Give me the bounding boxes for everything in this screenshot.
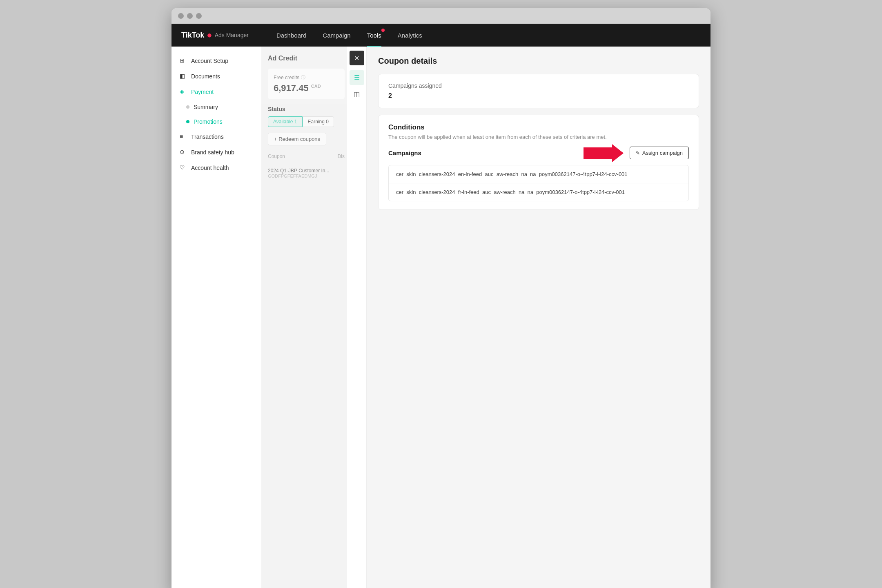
- nav-items: Dashboard Campaign Tools Analytics: [268, 24, 430, 47]
- coupon-cell: 2024 Q1-JBP Customer In... GODFPGFEFFAED…: [268, 168, 345, 178]
- campaigns-assigned-value: 2: [388, 92, 689, 100]
- sidebar-item-transactions-label: Transactions: [191, 134, 224, 140]
- sidebar-item-payment[interactable]: ◈ Payment: [172, 84, 261, 100]
- sidebar-item-brand-safety-label: Brand safety hub: [191, 149, 234, 156]
- campaigns-assigned-card: Campaigns assigned 2: [378, 74, 699, 108]
- arrow-annotation: [584, 144, 624, 162]
- col-coupon-header: Coupon: [268, 154, 320, 159]
- sidebar-item-payment-label: Payment: [191, 89, 214, 95]
- nav-analytics-label: Analytics: [398, 32, 422, 39]
- campaigns-header: Campaigns ✎: [388, 147, 689, 159]
- wallet-icon: ◈: [180, 88, 187, 96]
- edit-icon: ✎: [636, 150, 640, 156]
- campaigns-section: Campaigns ✎: [388, 147, 689, 201]
- nav-tools-label: Tools: [367, 32, 381, 39]
- title-bar: [172, 8, 710, 24]
- table-row: 2024 Q1-JBP Customer In... GODFPGFEFFAED…: [268, 165, 345, 182]
- table-header: Coupon Dis: [268, 151, 345, 162]
- free-credits-label: Free credits ⓘ: [274, 74, 339, 80]
- col-disp-header: Dis: [320, 154, 345, 159]
- sidebar-item-promotions-label: Promotions: [194, 118, 223, 125]
- info-icon: ⓘ: [301, 74, 305, 80]
- summary-dot: [186, 105, 189, 109]
- credit-section: Free credits ⓘ 6,917.45 CAD: [268, 69, 345, 99]
- calendar-icon-button[interactable]: ◫: [350, 87, 364, 101]
- top-nav: TikTok ● Ads Manager Dashboard Campaign …: [172, 24, 710, 47]
- coupon-name: 2024 Q1-JBP Customer In...: [268, 168, 345, 174]
- campaigns-label: Campaigns: [388, 149, 421, 156]
- conditions-card: Conditions The coupon will be applied wh…: [378, 115, 699, 210]
- traffic-light-maximize[interactable]: [196, 13, 202, 19]
- sidebar-item-promotions[interactable]: Promotions: [172, 114, 261, 129]
- logo: TikTok ● Ads Manager: [181, 31, 249, 40]
- status-section: Status Available 1 Earning 0: [268, 106, 345, 182]
- conditions-title: Conditions: [388, 123, 689, 131]
- content-area: Ad Credit Free credits ⓘ 6,917.45 CAD St…: [261, 47, 710, 588]
- ad-credit-panel: Ad Credit Free credits ⓘ 6,917.45 CAD St…: [261, 47, 351, 588]
- nav-campaign[interactable]: Campaign: [314, 24, 359, 47]
- nav-campaign-label: Campaign: [323, 32, 350, 39]
- overlay-sidebar: ✕ ☰ ◫: [347, 47, 367, 588]
- campaign-item: cer_skin_cleansers-2024_fr-in-feed_auc_a…: [389, 183, 688, 201]
- logo-sub: Ads Manager: [215, 32, 249, 38]
- close-button[interactable]: ✕: [350, 51, 364, 65]
- details-list-icon: ☰: [354, 74, 360, 82]
- sidebar-item-account-setup[interactable]: ⊞ Account Setup: [172, 53, 261, 69]
- arrow-body: [584, 147, 612, 159]
- traffic-light-close[interactable]: [178, 13, 184, 19]
- sidebar-item-account-health-label: Account health: [191, 165, 229, 171]
- nav-dashboard-label: Dashboard: [276, 32, 306, 39]
- shield-icon: ⊙: [180, 149, 187, 156]
- grid-icon: ⊞: [180, 57, 187, 65]
- sidebar-item-transactions[interactable]: ≡ Transactions: [172, 129, 261, 145]
- assign-campaign-button[interactable]: ✎ Assign campaign: [630, 147, 689, 159]
- sidebar-item-documents-label: Documents: [191, 73, 220, 80]
- traffic-light-minimize[interactable]: [187, 13, 193, 19]
- sidebar-item-account-setup-label: Account Setup: [191, 58, 228, 64]
- tab-available[interactable]: Available 1: [268, 116, 303, 127]
- logo-dot: ●: [207, 31, 212, 40]
- sidebar-item-summary-label: Summary: [194, 104, 218, 110]
- main-layout: ⊞ Account Setup ◧ Documents ◈ Payment Su…: [172, 47, 710, 588]
- sidebar-item-documents[interactable]: ◧ Documents: [172, 69, 261, 84]
- nav-dashboard[interactable]: Dashboard: [268, 24, 314, 47]
- credit-currency: CAD: [311, 84, 321, 89]
- tools-badge: [381, 29, 385, 32]
- campaign-list: cer_skin_cleansers-2024_en-in-feed_auc_a…: [388, 165, 689, 201]
- arrow-head: [612, 144, 624, 162]
- app-container: TikTok ● Ads Manager Dashboard Campaign …: [172, 24, 710, 588]
- list-icon: ≡: [180, 133, 187, 140]
- sidebar-item-account-health[interactable]: ♡ Account health: [172, 160, 261, 176]
- coupon-details-title: Coupon details: [378, 56, 699, 66]
- credit-amount: 6,917.45 CAD: [274, 83, 339, 94]
- close-icon: ✕: [354, 54, 359, 62]
- overlay-container: ✕ ☰ ◫ Coupon details: [347, 47, 710, 588]
- tab-earning[interactable]: Earning 0: [303, 116, 334, 127]
- conditions-desc: The coupon will be applied when at least…: [388, 134, 689, 140]
- logo-brand: TikTok: [181, 31, 204, 40]
- sidebar: ⊞ Account Setup ◧ Documents ◈ Payment Su…: [172, 47, 261, 588]
- coupon-code: GODFPGFEFFAEDMGJ: [268, 174, 345, 178]
- promotions-dot: [186, 120, 189, 123]
- file-icon: ◧: [180, 73, 187, 80]
- arrow-shape: [584, 144, 624, 162]
- heart-icon: ♡: [180, 164, 187, 172]
- nav-tools[interactable]: Tools: [359, 24, 390, 47]
- details-icon-button[interactable]: ☰: [350, 70, 364, 85]
- campaigns-assigned-label: Campaigns assigned: [388, 82, 689, 89]
- calendar-icon: ◫: [354, 90, 360, 98]
- ad-credit-title: Ad Credit: [268, 55, 345, 62]
- coupon-details-panel: Coupon details Campaigns assigned 2 Cond…: [367, 47, 710, 588]
- status-tabs: Available 1 Earning 0: [268, 116, 345, 127]
- app-window: TikTok ● Ads Manager Dashboard Campaign …: [172, 8, 710, 588]
- sidebar-item-brand-safety[interactable]: ⊙ Brand safety hub: [172, 145, 261, 160]
- nav-analytics[interactable]: Analytics: [390, 24, 430, 47]
- campaign-item: cer_skin_cleansers-2024_en-in-feed_auc_a…: [389, 165, 688, 183]
- sidebar-item-summary[interactable]: Summary: [172, 100, 261, 114]
- redeem-coupons-button[interactable]: + Redeem coupons: [268, 133, 326, 145]
- status-title: Status: [268, 106, 345, 112]
